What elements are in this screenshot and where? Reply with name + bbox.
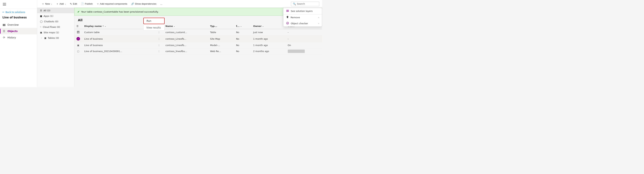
publish-button[interactable]: 📄 Publish: [79, 2, 94, 6]
col-owner[interactable]: Owner ⌄: [251, 23, 286, 29]
main-content: ＋ New ⌄ ＋ Add ⌄ ✎ Edit 📄 Publish ＋ Add r…: [37, 0, 322, 87]
add-plus-icon: ＋: [56, 2, 58, 6]
run-input-box[interactable]: Run: [143, 18, 164, 24]
col-chevron-icon: ⌄: [104, 25, 106, 27]
name-chevron-icon: ⌄: [174, 25, 175, 27]
row4-managed: No: [234, 48, 251, 54]
svg-rect-9: [286, 16, 288, 17]
publish-icon: 📄: [81, 2, 84, 5]
see-solution-layers-item[interactable]: See solution layers: [283, 8, 322, 14]
table-icon: [76, 31, 80, 34]
plus-icon: ＋: [42, 2, 44, 6]
row4-modified: 2 months ago: [251, 48, 286, 54]
solution-title: Line of business: [0, 15, 37, 22]
svg-rect-0: [77, 31, 80, 32]
view-results-text[interactable]: View results: [143, 25, 164, 30]
svg-rect-5: [286, 10, 289, 10]
secondary-nav: ☰ All (3) ■ Apps (1) ◯ Chatbots (0) ⍨ Cl…: [37, 8, 74, 87]
layers-icon: [286, 10, 289, 13]
row2-type: Site Map: [208, 36, 234, 42]
row4-icon-cell: ▢: [74, 48, 82, 54]
site-maps-icon: ▣: [40, 31, 42, 34]
sidebar-item-objects[interactable]: ☰ Objects: [0, 28, 37, 34]
nav-chatbots-label: Chatbots (0): [44, 20, 58, 23]
new-button-label: New: [45, 2, 50, 5]
sidebar-item-overview[interactable]: ▮▮ Overview: [0, 22, 37, 28]
row2-icon-cell: ✓: [74, 36, 82, 42]
table-row[interactable]: ✓ Line of business ⋮ contoso_Lineofb... …: [74, 36, 322, 42]
row2-more[interactable]: ⋮: [155, 36, 163, 42]
cloud-flows-icon: ⍨: [40, 26, 42, 28]
name-label: Name: [166, 25, 173, 28]
nav-cloud-flows-label: Cloud flows (0): [43, 26, 60, 28]
row4-name: contoso_lineofbu...: [163, 48, 208, 54]
model-app-icon: ▣: [76, 44, 80, 46]
sidebar-item-history[interactable]: ⟳ History: [0, 34, 37, 41]
row3-modified: 1 month ago: [251, 42, 286, 48]
object-checker-item[interactable]: Object checker ›: [283, 20, 322, 26]
data-table: ☰ Display name ↑ ⌄: [74, 23, 322, 87]
row4-display-name[interactable]: Line of business_20210430091...: [82, 48, 155, 54]
nav-chatbots[interactable]: ◯ Chatbots (0): [37, 19, 74, 24]
back-to-solutions-link[interactable]: ← Back to solutions: [0, 9, 37, 15]
nav-all[interactable]: ☰ All (3): [37, 8, 74, 13]
remove-item[interactable]: Remove ›: [283, 14, 322, 20]
nav-cloud-flows[interactable]: ⍨ Cloud flows (0): [37, 24, 74, 30]
nav-site-maps[interactable]: ▣ Site maps (1): [37, 30, 74, 35]
success-icon: ✔: [77, 10, 80, 14]
sidebar-top: [0, 0, 37, 9]
row4-owner: ████████: [286, 48, 322, 54]
row1-icon-cell: [74, 29, 82, 36]
svg-rect-2: [77, 33, 78, 33]
list-icon: ☰: [76, 25, 78, 28]
row1-managed: No: [234, 29, 251, 36]
nav-tables[interactable]: › ▣ Tables (0): [37, 35, 74, 41]
row2-modified: 1 month ago: [251, 36, 286, 42]
search-box[interactable]: 🔍 Search: [291, 2, 319, 6]
tables-icon: ▣: [44, 37, 46, 39]
col-managed[interactable]: f... ⌄: [234, 23, 251, 29]
row1-owner: -: [286, 29, 322, 36]
svg-rect-6: [286, 10, 289, 11]
table-row[interactable]: ▢ Line of business_20210430091... ⋮ cont…: [74, 48, 322, 54]
table-row[interactable]: ▣ Line of business ⋮ contoso_Lineofb... …: [74, 42, 322, 48]
row3-more[interactable]: ⋮: [155, 42, 163, 48]
show-dependencies-button[interactable]: 🔗 Show dependencies: [129, 2, 158, 6]
row1-name: contoso_customt...: [163, 29, 208, 36]
more-button[interactable]: ...: [158, 2, 164, 6]
row4-more[interactable]: ⋮: [155, 48, 163, 54]
more-label: ...: [160, 2, 162, 5]
overview-icon: ▮▮: [2, 23, 6, 26]
back-to-solutions-label: Back to solutions: [6, 11, 25, 14]
row3-name: contoso_Lineofb...: [163, 42, 208, 48]
more-options-button[interactable]: ⋮: [157, 44, 161, 47]
more-options-button[interactable]: ⋮: [157, 37, 161, 40]
nav-tables-label: Tables (0): [48, 37, 59, 39]
publish-button-label: Publish: [85, 2, 92, 5]
add-chevron-icon: ⌄: [64, 3, 66, 5]
add-required-button[interactable]: ＋ Add required components: [95, 2, 129, 6]
success-message: Your table contoso_Customtable has been …: [81, 10, 158, 13]
nav-site-maps-label: Site maps (1): [44, 31, 59, 34]
row-selected-check: ✓: [76, 37, 80, 40]
back-arrow-icon: ←: [2, 11, 4, 14]
edit-icon: ✎: [70, 2, 72, 5]
more-options-button[interactable]: ⋮: [157, 50, 161, 53]
more-options-button[interactable]: ⋮: [157, 30, 161, 34]
new-chevron-icon: ⌄: [51, 3, 52, 5]
all-icon: ☰: [40, 9, 42, 12]
col-type[interactable]: Typ...: [208, 23, 234, 29]
dependencies-icon: 🔗: [131, 2, 134, 5]
add-button[interactable]: ＋ Add ⌄: [54, 2, 68, 6]
hamburger-button[interactable]: [2, 2, 7, 7]
edit-button[interactable]: ✎ Edit: [68, 2, 79, 6]
objects-icon: ☰: [2, 30, 6, 33]
edit-button-label: Edit: [73, 2, 77, 5]
table-row[interactable]: Custom table ⋮ contoso_customt... Table …: [74, 29, 322, 36]
new-button[interactable]: ＋ New ⌄: [40, 2, 54, 6]
col-name[interactable]: Name ⌄: [163, 23, 208, 29]
nav-apps[interactable]: ■ Apps (1): [37, 13, 74, 19]
row3-display-name[interactable]: Line of business: [82, 42, 155, 48]
row2-display-name[interactable]: Line of business: [82, 36, 155, 42]
object-checker-label: Object checker: [291, 22, 308, 25]
